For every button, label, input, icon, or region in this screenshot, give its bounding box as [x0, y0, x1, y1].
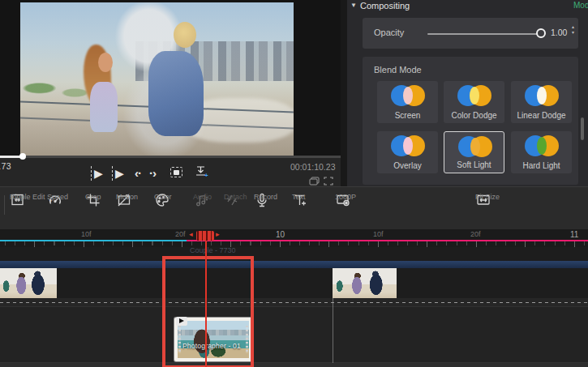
ruler-label: 11 [570, 230, 578, 239]
video-track-clip-1[interactable] [0, 268, 318, 298]
clip-trim-stripe [246, 326, 248, 353]
clip-play-badge-icon [176, 317, 187, 326]
ruler-label: 20f [175, 230, 186, 238]
video-frame-composite [20, 2, 294, 156]
blend-venn-icon [444, 84, 504, 107]
opacity-stepper-icon[interactable]: ▴▾ [572, 24, 574, 36]
toolbar-1080p-button[interactable]: 1080P [335, 192, 374, 226]
clip-thumbnail [0, 268, 56, 298]
compositing-panel: ▼ Compositing Mode Opacity 1.00 ▴▾ Blend… [347, 0, 588, 186]
blend-venn-icon [377, 134, 438, 157]
snapshot-icon[interactable] [170, 167, 182, 177]
svg-text:+: + [204, 172, 208, 179]
timeline-tracks: Couple - 7730 Photographer - 01 [0, 247, 588, 367]
preview-elapsed-time: 09.73 [0, 161, 11, 171]
previous-frame-button[interactable]: ‹· [135, 166, 141, 181]
trim-left-icon[interactable]: ◂ [189, 230, 193, 238]
toolbar-record-button[interactable]: Record [254, 192, 291, 226]
blend-mode-screen[interactable]: Screen [377, 81, 438, 123]
blend-venn-icon [511, 84, 572, 107]
collapse-triangle-icon[interactable]: ▼ [350, 2, 357, 9]
next-track-lane [0, 363, 588, 367]
toolbar-separator [4, 195, 5, 215]
blend-mode-linear-dodge[interactable]: Linear Dodge [511, 81, 572, 123]
blend-mode-color-dodge[interactable]: Color Dodge [444, 81, 504, 123]
toolbar-motion-button[interactable]: Motion [116, 192, 153, 226]
opacity-card: Opacity 1.00 ▴▾ [363, 18, 578, 49]
woman-figure-top [90, 82, 118, 132]
overlay-track-lane[interactable] [0, 306, 588, 363]
preview-scrubber-handle[interactable] [19, 153, 26, 160]
preview-scrubber-track[interactable] [0, 156, 341, 158]
export-frame-icon[interactable]: + [195, 166, 208, 178]
next-frame-button[interactable]: ·› [149, 166, 156, 181]
track-separator [0, 298, 588, 306]
blend-mode-hard-light[interactable]: Hard Light [511, 131, 572, 173]
clip-trim-stripe [178, 326, 181, 353]
opacity-slider-track[interactable] [427, 33, 543, 35]
woman-figure-face [98, 53, 113, 72]
filmora-window: 09.73 00:01:10.23 ▶ ▶ ‹· ·› + ▼ Composit… [0, 0, 588, 367]
video-track-clip-2[interactable] [333, 268, 588, 298]
ruler-label: 10 [276, 230, 285, 239]
video-canvas [0, 0, 341, 156]
toolbar-color-button[interactable]: Color [154, 192, 191, 226]
playhead-marker[interactable] [196, 231, 214, 241]
ruler-label: 10f [373, 230, 384, 238]
man-figure-shirt [148, 51, 204, 136]
blend-venn-icon [511, 134, 572, 157]
blend-venn-icon [444, 135, 505, 158]
photo-clip-name: Photographer - 01 [182, 342, 241, 350]
preview-panel: 09.73 00:01:10.23 ▶ ▶ ‹· ·› + [0, 0, 341, 186]
clip-thumbnail [333, 268, 397, 298]
play-button[interactable]: ▶ [112, 166, 124, 181]
toolbar-speed-button[interactable]: Speed [47, 192, 84, 226]
ruler-label: 20f [470, 230, 481, 238]
toolbar: ▾ Ripple Edit Speed Crop Motion Color Au… [0, 186, 588, 229]
clip-name-overlay: Couple - 7730 [190, 246, 236, 254]
ruler-label: 10f [81, 230, 92, 238]
fullscreen-icon[interactable] [324, 177, 334, 186]
clip-edge-indicator [333, 298, 333, 363]
toolbar-fit-size-button[interactable]: Fit Size [475, 192, 514, 226]
blend-mode-overlay[interactable]: Overlay [377, 131, 438, 173]
blend-mode-card: Blend Mode Screen Color Dodge [363, 57, 578, 185]
photo-clip-thumbnail: Photographer - 01 [178, 321, 249, 358]
photo-overlay-clip[interactable]: Photographer - 01 [174, 318, 252, 361]
mode-link[interactable]: Mode [573, 1, 588, 10]
timeline-ruler[interactable]: 10f 20f 10 10f 20f 11 ◂ ▸ [0, 229, 588, 247]
opacity-slider-handle[interactable] [536, 28, 546, 38]
preview-duration-time: 00:01:10.23 [290, 162, 334, 172]
video-clip-top-bar [0, 261, 588, 268]
blend-venn-icon [377, 84, 438, 107]
blend-mode-soft-light[interactable]: Soft Light [444, 131, 504, 173]
panel-scrollbar[interactable] [581, 117, 584, 140]
trim-right-icon[interactable]: ▸ [216, 230, 220, 238]
opacity-label: Opacity [374, 28, 404, 37]
playhead-line[interactable] [205, 241, 207, 367]
opacity-value[interactable]: 1.00 [551, 28, 567, 37]
panel-title: Compositing [360, 1, 410, 11]
toolbar-text-button[interactable]: Text [292, 192, 329, 226]
blend-mode-label: Blend Mode [374, 65, 422, 75]
dual-screen-icon[interactable] [309, 177, 320, 186]
man-figure-head [174, 22, 196, 48]
play-from-start-button[interactable]: ▶ [91, 166, 103, 181]
toolbar-ripple-edit-button[interactable]: ▾ Ripple Edit [10, 192, 52, 226]
